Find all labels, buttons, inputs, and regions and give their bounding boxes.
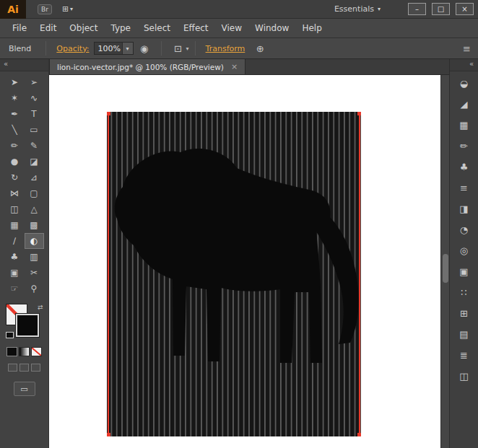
artwork-container[interactable]	[107, 112, 361, 436]
panel-appearance-icon[interactable]: ◎	[454, 242, 474, 259]
crosshair-icon[interactable]: ⊕	[252, 41, 268, 56]
selection-handle-top-left[interactable]	[107, 112, 110, 115]
menu-select[interactable]: Select	[137, 23, 177, 33]
bridge-button[interactable]: Br	[38, 4, 52, 14]
opacity-link[interactable]: Opacity:	[56, 44, 89, 53]
menu-effect[interactable]: Effect	[177, 23, 215, 33]
control-panel-menu-icon[interactable]: ≡	[463, 43, 478, 54]
document-tab-title: lion-icon-vector.jpg* @ 100% (RGB/Previe…	[57, 63, 224, 71]
tool-free-transform[interactable]: ▢	[25, 185, 44, 201]
panel-symbols-icon[interactable]: ♣	[454, 159, 474, 175]
tool-pencil[interactable]: ✎	[25, 138, 44, 154]
tool-gradient[interactable]: ▩	[25, 217, 44, 233]
tool-mesh[interactable]: ▦	[5, 217, 25, 233]
right-panel-dock: « ◒ ◢ ▦ ✏ ♣ ≡ ◨ ◔ ◎ ▣ ∷ ⊞ ▤ ≣ ◫	[449, 59, 478, 448]
swap-colors-icon[interactable]: ⇄	[38, 304, 43, 311]
tool-blob-brush[interactable]: ●	[5, 154, 25, 170]
minimize-button[interactable]: –	[408, 3, 426, 15]
menu-window[interactable]: Window	[248, 23, 295, 33]
fill-swatch[interactable]	[16, 314, 39, 337]
tool-perspective-grid[interactable]: △	[25, 201, 44, 217]
none-button[interactable]	[31, 347, 42, 356]
menu-edit[interactable]: Edit	[33, 23, 63, 33]
maximize-button[interactable]: □	[432, 3, 450, 15]
tool-type[interactable]: T	[25, 106, 44, 122]
tab-close-icon[interactable]: ×	[231, 62, 238, 71]
menu-view[interactable]: View	[215, 23, 248, 33]
vertical-scrollbar[interactable]	[440, 75, 449, 448]
selection-handle-top-right[interactable]	[357, 112, 361, 115]
default-colors-icon[interactable]	[6, 332, 14, 338]
screen-mode-button[interactable]: ▭	[14, 382, 35, 396]
control-bar: Blend Opacity: 100% ▾ ◉ ⊡ ▾ Transform ⊕ …	[0, 38, 478, 59]
panel-stroke-icon[interactable]: ≡	[454, 180, 474, 196]
title-bar-right: Essentials ▾ – □ ×	[334, 3, 478, 15]
tool-rectangle[interactable]: ▭	[25, 122, 44, 138]
tool-direct-selection[interactable]: ➢	[25, 74, 44, 90]
gradient-button[interactable]	[19, 347, 30, 356]
tool-width[interactable]: ⋈	[5, 185, 25, 201]
panel-brushes-icon[interactable]: ✏	[454, 138, 474, 154]
tool-selection[interactable]: ➤	[5, 74, 25, 90]
panel-navigator-icon[interactable]: ◫	[454, 368, 474, 385]
collapse-tools-icon[interactable]: «	[0, 59, 48, 71]
app-bar-switcher[interactable]: ⊞ ▾	[62, 4, 73, 14]
tool-paintbrush[interactable]: ✏	[5, 138, 25, 154]
scrollbar-thumb[interactable]	[443, 254, 448, 283]
draw-behind-button[interactable]	[19, 364, 29, 372]
transform-link[interactable]: Transform	[206, 44, 245, 53]
panel-layers-icon[interactable]: ≣	[454, 347, 474, 364]
draw-normal-button[interactable]	[8, 364, 17, 372]
tool-eyedropper[interactable]: ∕	[5, 233, 25, 249]
opacity-input[interactable]: 100%	[95, 43, 122, 54]
selection-handle-bottom-right[interactable]	[357, 433, 361, 436]
panel-color-icon[interactable]: ◒	[454, 75, 474, 92]
menu-object[interactable]: Object	[63, 23, 104, 33]
select-similar-icon[interactable]: ⊡	[170, 41, 186, 56]
panel-swatches-icon[interactable]: ▦	[454, 117, 474, 133]
tool-rotate[interactable]: ↻	[5, 170, 25, 185]
draw-inside-button[interactable]	[31, 364, 40, 372]
workspace-switcher[interactable]: Essentials ▾	[334, 4, 381, 14]
panel-transform-icon[interactable]: ∷	[454, 284, 474, 301]
tool-scale[interactable]: ⊿	[25, 170, 44, 185]
tool-blend[interactable]: ◐	[25, 233, 44, 249]
document-area: lion-icon-vector.jpg* @ 100% (RGB/Previe…	[49, 59, 449, 448]
tool-artboard[interactable]: ▣	[5, 265, 25, 281]
opacity-dropdown-icon[interactable]: ▾	[122, 43, 133, 54]
panel-icon-list: ◒ ◢ ▦ ✏ ♣ ≡ ◨ ◔ ◎ ▣ ∷ ⊞ ▤ ≣ ◫	[450, 75, 478, 389]
close-button[interactable]: ×	[456, 3, 474, 15]
document-tab[interactable]: lion-icon-vector.jpg* @ 100% (RGB/Previe…	[49, 59, 245, 74]
panel-graphic-styles-icon[interactable]: ▣	[454, 263, 474, 280]
title-bar: Ai Br ⊞ ▾ Essentials ▾ – □ ×	[0, 0, 478, 19]
tool-pen[interactable]: ✒	[5, 106, 25, 122]
tool-magic-wand[interactable]: ✶	[5, 90, 25, 106]
menu-help[interactable]: Help	[295, 23, 328, 33]
blend-artwork[interactable]	[107, 112, 361, 436]
workspace-label: Essentials	[334, 4, 374, 14]
expand-panels-icon[interactable]: «	[450, 59, 478, 71]
menu-type[interactable]: Type	[104, 23, 137, 33]
selection-handle-bottom-left[interactable]	[107, 433, 110, 436]
color-button[interactable]	[6, 347, 17, 356]
panel-transparency-icon[interactable]: ◔	[454, 221, 474, 238]
tool-line-segment[interactable]: ╲	[5, 122, 25, 138]
tool-eraser[interactable]: ◪	[25, 154, 44, 170]
tool-symbol-sprayer[interactable]: ♣	[5, 249, 25, 265]
tool-column-graph[interactable]: ▥	[25, 249, 44, 265]
tool-lasso[interactable]: ∿	[25, 90, 44, 106]
workspace-grid-icon: ⊞	[62, 4, 69, 14]
fill-stroke-widget: ⇄	[6, 304, 43, 340]
panel-artboards-icon[interactable]: ▤	[454, 326, 474, 343]
tool-slice[interactable]: ✂	[25, 265, 44, 281]
recolor-artwork-icon[interactable]: ◉	[136, 41, 152, 56]
tool-hand[interactable]: ☞	[5, 281, 25, 297]
panel-align-icon[interactable]: ⊞	[454, 305, 474, 322]
panel-gradient-icon[interactable]: ◨	[454, 201, 474, 217]
panel-color-guide-icon[interactable]: ◢	[454, 96, 474, 113]
canvas[interactable]	[49, 75, 440, 448]
tool-zoom[interactable]: ⚲	[25, 281, 44, 297]
tool-shape-builder[interactable]: ◫	[5, 201, 25, 217]
dropdown-icon[interactable]: ▾	[186, 45, 189, 52]
menu-file[interactable]: File	[6, 23, 33, 33]
